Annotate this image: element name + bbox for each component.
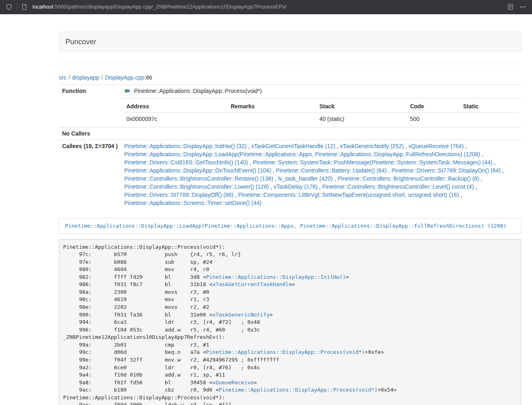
breadcrumb-line-number: :86 (144, 74, 152, 81)
callee-link[interactable]: Pinetime::Controllers::Battery::Update()… (276, 167, 387, 174)
callee-link[interactable]: Pinetime::Controllers::BrightnessControl… (337, 175, 479, 182)
breadcrumb-separator: / (101, 74, 103, 81)
function-details-row: Address Remarks Stack Code Static 0x0000… (59, 98, 521, 127)
breadcrumb-link-src[interactable]: src (59, 74, 67, 81)
function-icon (124, 88, 130, 96)
url-path: :5000/path/src/displayapp/DisplayApp.cpp… (53, 3, 286, 11)
function-table: Function Pinetime::Applications::Display… (59, 84, 521, 209)
column-code: Code (408, 100, 461, 113)
function-name: Pinetime::Applications::DisplayApp::Proc… (134, 88, 262, 94)
callee-link[interactable]: Pinetime::Applications::DisplayApp::Init… (124, 143, 246, 149)
browser-toolbar: localhost:5000/path/src/displayapp/Displ… (0, 0, 532, 14)
details-header-row: Address Remarks Stack Code Static (124, 100, 518, 113)
callee-link[interactable]: Pinetime::Components::LittleVgl::SetNewT… (238, 192, 459, 198)
remarks-value (228, 113, 317, 125)
callee-link[interactable]: Pinetime::Applications::DisplayApp::Load… (124, 151, 480, 157)
disassembly: Pinetime::Applications::DisplayApp::Proc… (59, 239, 521, 405)
highlighted-symbol-link[interactable]: Pinetime::Applications::DisplayApp::Load… (65, 223, 506, 229)
details-value-row: 0x0000097c 40 (static) 500 (124, 113, 518, 125)
url-host: localhost (32, 3, 53, 11)
callee-link[interactable]: xTaskGetCurrentTaskHandle (12) (251, 143, 335, 149)
callee-link[interactable]: Pinetime::System::SystemTask::PushMessag… (253, 159, 493, 166)
toolbar-divider (17, 3, 17, 11)
stack-value: 40 (static) (317, 113, 408, 125)
callee-link[interactable]: Pinetime::Drivers::Cst816S::GetTouchInfo… (124, 159, 248, 166)
shield-icon[interactable] (5, 3, 13, 11)
callee-link[interactable]: Pinetime::Controllers::BrightnessControl… (124, 175, 273, 182)
symbol-link[interactable]: Pinetime::Applications::DisplayApp::Init… (206, 274, 346, 280)
app-navbar: Puncover (59, 32, 521, 52)
callee-link[interactable]: xQueueReceive (764) (409, 143, 464, 149)
app-brand[interactable]: Puncover (65, 38, 96, 46)
symbol-link[interactable]: Pinetime::Applications::DisplayApp::Proc… (206, 349, 365, 355)
divider (59, 64, 521, 64)
column-remarks: Remarks (228, 100, 317, 113)
symbol-link[interactable]: Pinetime::Applications::DisplayApp::Proc… (219, 387, 377, 393)
callees-list: Pinetime::Applications::DisplayApp::Init… (121, 140, 521, 209)
column-address: Address (124, 100, 228, 113)
code-value: 500 (408, 113, 461, 125)
callee-link[interactable]: lv_task_handler (420) (278, 175, 333, 182)
no-callers-row: No Callers (59, 127, 521, 140)
symbol-link[interactable]: xTaskGenericNotify (212, 312, 269, 318)
callee-link[interactable]: xTaskGenericNotify (252) (340, 143, 404, 149)
callee-link[interactable]: vTaskDelay (176) (274, 183, 317, 190)
column-stack: Stack (317, 100, 408, 113)
callee-link[interactable]: Pinetime::Controllers::BrightnessControl… (322, 183, 474, 190)
url-bar[interactable]: localhost:5000/path/src/displayapp/Displ… (32, 3, 503, 11)
callee-link[interactable]: Pinetime::Applications::Screens::Timer::… (124, 200, 261, 206)
callee-link[interactable]: Pinetime::Drivers::St7789::DisplayOff() … (124, 192, 233, 198)
symbol-link[interactable]: xTaskGetCurrentTaskHandle (212, 281, 292, 287)
breadcrumb-link-file[interactable]: DisplayApp.cpp (105, 74, 144, 81)
callee-link[interactable]: Pinetime::Drivers::St7789::DisplayOn() (… (392, 167, 501, 174)
no-callers-label: No Callers (59, 127, 121, 140)
breadcrumb-separator: / (69, 74, 70, 81)
page-content: Puncover src/displayapp/DisplayApp.cpp:8… (59, 14, 521, 405)
reader-view-icon[interactable] (506, 3, 515, 11)
breadcrumb: src/displayapp/DisplayApp.cpp:86 (59, 73, 521, 82)
highlight-panel: Pinetime::Applications::DisplayApp::Load… (59, 218, 521, 234)
callees-label: Callees (19, Σ=3704 ) (59, 140, 121, 209)
callee-link[interactable]: Pinetime::Applications::DisplayApp::OnTo… (124, 167, 271, 174)
callee-link[interactable]: Pinetime::Controllers::BrightnessControl… (124, 183, 269, 190)
page-icon[interactable] (21, 3, 28, 11)
function-row: Function Pinetime::Applications::Display… (59, 85, 521, 98)
function-label: Function (59, 85, 121, 127)
menu-dots-icon[interactable] (518, 3, 527, 11)
function-details-table: Address Remarks Stack Code Static 0x0000… (124, 100, 518, 125)
address-value: 0x0000097c (124, 113, 228, 125)
breadcrumb-link-displayapp[interactable]: displayapp (72, 74, 99, 81)
column-static: Static (461, 100, 518, 113)
static-value (461, 113, 518, 125)
callees-row: Callees (19, Σ=3704 ) Pinetime::Applicat… (59, 140, 521, 209)
symbol-link[interactable]: xQueueReceive (212, 379, 254, 386)
